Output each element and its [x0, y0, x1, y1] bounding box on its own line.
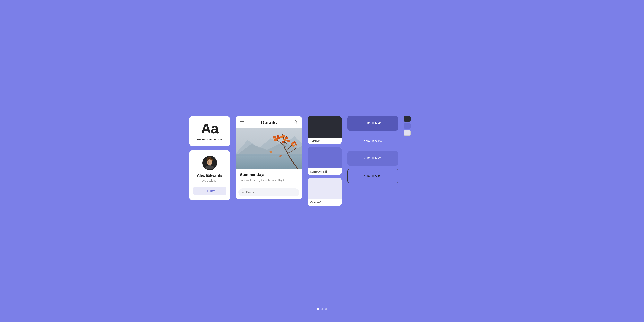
swatch-light: Светлый — [308, 178, 342, 206]
swatches-column: Темный Контрастный Светлый — [308, 116, 342, 206]
pagination-dot-1[interactable] — [317, 308, 319, 310]
chip-contrast — [404, 123, 411, 128]
hamburger-icon[interactable] — [240, 121, 244, 124]
swatch-contrast-label: Контрастный — [308, 168, 342, 175]
search-input[interactable] — [246, 190, 296, 194]
font-name: Roboto Condenced — [197, 138, 222, 141]
button-3[interactable]: КНОПКА #1 — [347, 151, 398, 166]
profile-name: Alex Edwards — [197, 173, 222, 178]
font-sample: Aa — [201, 122, 218, 136]
avatar — [202, 156, 217, 170]
details-header: Details — [236, 116, 302, 128]
svg-point-6 — [206, 166, 214, 170]
avatar-image — [202, 156, 217, 170]
svg-point-2 — [207, 160, 212, 165]
pagination — [317, 308, 327, 310]
swatch-light-label: Светлый — [308, 199, 342, 206]
chip-light — [404, 130, 411, 136]
swatch-dark-label: Темный — [308, 138, 342, 144]
article-body: Summer days I am awakened by these beams… — [236, 170, 302, 186]
chips-column — [404, 116, 411, 136]
swatch-contrast: Контрастный — [308, 147, 342, 175]
search-icon — [293, 120, 298, 124]
button-4[interactable]: КНОПКА #1 — [347, 169, 398, 183]
svg-point-3 — [208, 162, 209, 162]
article-title: Summer days — [240, 172, 298, 177]
swatch-dark-color — [308, 116, 342, 138]
chip-dark — [404, 116, 411, 122]
button-2[interactable]: КНОПКА #1 — [347, 134, 398, 148]
search-bar[interactable] — [238, 188, 300, 196]
left-column: Aa Roboto Condenced — [189, 116, 230, 200]
profile-role: UX Designer — [202, 179, 217, 182]
follow-button[interactable]: Follow — [193, 187, 226, 195]
swatch-dark: Темный — [308, 116, 342, 144]
details-card: Details — [236, 116, 302, 199]
details-title: Details — [261, 120, 277, 126]
button-1[interactable]: КНОПКА #1 — [347, 116, 398, 130]
article-image — [236, 128, 302, 170]
profile-card: Alex Edwards UX Designer Follow — [189, 150, 230, 200]
autumn-svg — [236, 128, 302, 170]
article-desc: I am awakened by these beams of light. — [240, 178, 298, 182]
search-bar-icon — [242, 190, 245, 194]
pagination-dot-3[interactable] — [325, 308, 327, 310]
buttons-column: КНОПКА #1 КНОПКА #1 КНОПКА #1 КНОПКА #1 — [347, 116, 398, 183]
svg-line-33 — [244, 192, 244, 193]
swatch-contrast-color — [308, 147, 342, 168]
svg-point-4 — [210, 162, 211, 162]
svg-line-8 — [296, 123, 298, 124]
swatch-light-color — [308, 178, 342, 199]
pagination-dot-2[interactable] — [321, 308, 323, 310]
font-card: Aa Roboto Condenced — [189, 116, 230, 146]
search-button[interactable] — [293, 120, 298, 125]
